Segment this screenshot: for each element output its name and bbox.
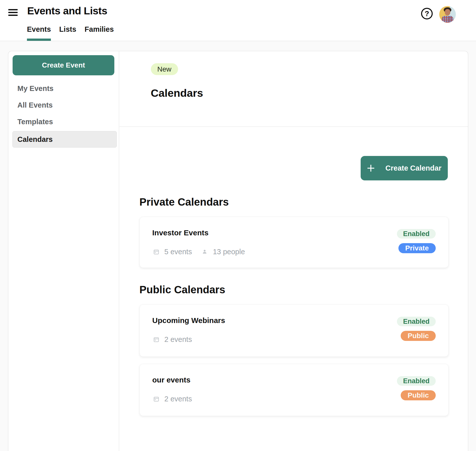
content-card: Create Event My Events All Events Templa… (8, 51, 468, 451)
events-count: 2 events (164, 395, 192, 403)
events-count: 5 events (164, 248, 192, 256)
calendar-card-title: Upcoming Webinars (152, 316, 225, 325)
person-icon (202, 249, 207, 254)
app-title: Events and Lists (27, 5, 107, 17)
tab-events[interactable]: Events (27, 25, 51, 41)
section-heading-private: Private Calendars (140, 196, 229, 208)
events-count: 2 events (164, 335, 192, 344)
help-button[interactable]: ? (421, 8, 433, 19)
tab-lists[interactable]: Lists (59, 25, 76, 41)
calendar-card-title: Investor Events (152, 229, 209, 237)
calendar-card-title: our events (152, 376, 191, 384)
plus-icon (367, 164, 375, 172)
tab-families[interactable]: Families (85, 25, 114, 41)
sidebar-item-calendars[interactable]: Calendars (12, 131, 117, 148)
visibility-badge-private: Private (398, 243, 435, 253)
create-calendar-label: Create Calendar (385, 164, 441, 172)
header-divider (119, 126, 468, 127)
section-heading-public: Public Calendars (140, 284, 225, 296)
tab-bar: Events Lists Families (27, 25, 114, 41)
user-avatar[interactable] (439, 6, 456, 23)
create-event-button[interactable]: Create Event (13, 55, 114, 75)
status-badge-enabled: Enabled (397, 376, 435, 386)
sidebar: Create Event My Events All Events Templa… (8, 51, 119, 451)
visibility-badge-public: Public (401, 331, 435, 341)
question-mark-icon: ? (425, 10, 429, 18)
sidebar-item-templates[interactable]: Templates (12, 113, 117, 130)
visibility-badge-public: Public (401, 390, 435, 400)
calendar-card-meta: 5 events 13 people (154, 247, 245, 257)
create-calendar-button[interactable]: Create Calendar (361, 156, 448, 180)
calendar-card-meta: 2 events (154, 394, 192, 404)
status-badge-enabled: Enabled (397, 229, 435, 239)
calendar-card-investor-events[interactable]: Investor Events 5 events 13 people Enabl… (140, 217, 449, 268)
page-title: Calendars (151, 87, 203, 99)
calendar-icon (154, 337, 159, 342)
avatar-face (445, 9, 450, 15)
calendar-icon (154, 396, 159, 402)
calendar-icon (154, 249, 159, 254)
calendar-card-meta: 2 events (154, 334, 192, 344)
calendar-card-our-events[interactable]: our events 2 events Enabled Public (140, 364, 449, 416)
sidebar-item-all-events[interactable]: All Events (12, 97, 117, 113)
people-count: 13 people (213, 248, 245, 256)
hamburger-menu-icon[interactable] (8, 9, 18, 16)
status-badge-enabled: Enabled (397, 317, 435, 326)
sidebar-item-my-events[interactable]: My Events (12, 80, 117, 97)
avatar-shirt (442, 16, 453, 23)
new-badge: New (151, 63, 178, 75)
main-panel: New Calendars Create Calendar Private Ca… (119, 51, 468, 451)
calendar-card-upcoming-webinars[interactable]: Upcoming Webinars 2 events Enabled Publi… (140, 304, 449, 357)
app-header: Events and Lists Events Lists Families ? (0, 0, 476, 41)
sidebar-menu: My Events All Events Templates Calendars (8, 80, 119, 148)
